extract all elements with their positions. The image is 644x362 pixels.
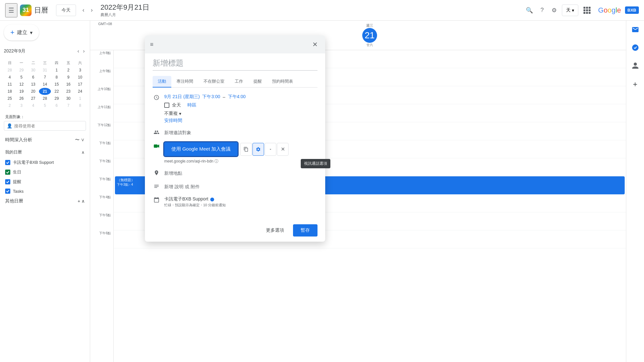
datetime-content: 9月 21日 (星期三) 下午3:00 – 下午4:00 全天 時區 不重複 ▾ <box>164 94 317 124</box>
add-location-field[interactable]: 新增地點 <box>164 169 182 178</box>
modal-drag-icon: ≡ <box>150 41 154 48</box>
event-date[interactable]: 9月 21日 (星期三) <box>164 94 200 100</box>
tab-focus[interactable]: 專注時間 <box>171 76 198 88</box>
meet-settings-button[interactable] <box>252 143 264 156</box>
modal-footer: 更多選項 暫存 <box>145 220 325 242</box>
location-icon <box>153 170 160 176</box>
copy-meet-button[interactable] <box>240 143 252 156</box>
modal-overlay: ≡ ✕ 活動 專注時間 不在辦公室 工作 提醒 預約時間表 <box>0 0 644 362</box>
tab-ooo[interactable]: 不在辦公室 <box>198 76 230 88</box>
find-time-link[interactable]: 安排時間 <box>164 118 317 124</box>
allday-checkbox[interactable] <box>164 103 169 108</box>
clock-icon <box>153 95 160 100</box>
repeat-label: 不重複 <box>164 111 178 116</box>
meet-row: 使用 Google Meet 加入會議 <box>153 142 317 164</box>
svg-marker-2 <box>157 144 159 148</box>
event-title-input[interactable] <box>153 59 317 71</box>
more-options-button[interactable]: 更多選項 <box>261 225 289 236</box>
meet-icon <box>153 143 160 149</box>
allday-row: 全天 時區 <box>164 102 317 108</box>
cal-color-dot <box>210 198 214 201</box>
description-icon <box>153 183 160 189</box>
calendar-info: 卡訊電子BXB Support <box>164 196 317 202</box>
calendar-row: 卡訊電子BXB Support 忙碌・預設顯示為確定・10 分鐘前通知 <box>153 196 317 208</box>
save-button[interactable]: 暫存 <box>293 224 317 237</box>
timezone-label[interactable]: 時區 <box>187 102 196 108</box>
datetime-row: 9月 21日 (星期三) 下午3:00 – 下午4:00 全天 時區 不重複 ▾ <box>153 94 317 124</box>
meet-content: 使用 Google Meet 加入會議 <box>164 142 317 164</box>
guests-row: 新增邀請對象 <box>153 129 317 137</box>
tab-reminder[interactable]: 提醒 <box>248 76 267 88</box>
guests-icon <box>153 129 160 135</box>
meet-section: 使用 Google Meet 加入會議 <box>164 142 317 156</box>
repeat-arrow-icon: ▾ <box>179 111 181 116</box>
repeat-selector[interactable]: 不重複 ▾ <box>164 111 317 116</box>
modal-header: ≡ ✕ <box>145 35 325 53</box>
allday-label: 全天 <box>172 102 181 108</box>
guests-content: 新增邀請對象 <box>164 129 317 137</box>
meet-url: meet.google.com/aqi-rin-bdn ⓘ <box>164 159 317 164</box>
calendar-icon <box>153 197 160 203</box>
tab-event[interactable]: 活動 <box>153 76 171 88</box>
modal-close-button[interactable]: ✕ <box>310 39 320 50</box>
time-start[interactable]: 下午3:00 <box>202 94 220 100</box>
datetime-display: 9月 21日 (星期三) 下午3:00 – 下午4:00 <box>164 94 317 100</box>
cal-name[interactable]: 卡訊電子BXB Support <box>164 196 208 202</box>
event-modal: ≡ ✕ 活動 專注時間 不在辦公室 工作 提醒 預約時間表 <box>145 35 325 242</box>
modal-body: 活動 專注時間 不在辦公室 工作 提醒 預約時間表 9月 21日 (星期三) 下… <box>145 53 325 220</box>
modal-tabs: 活動 專注時間 不在辦公室 工作 提醒 預約時間表 <box>153 76 317 88</box>
calendar-status: 忙碌・預設顯示為確定・10 分鐘前通知 <box>164 203 317 208</box>
add-guests-field[interactable]: 新增邀請對象 <box>164 129 317 137</box>
meet-expand-button[interactable] <box>265 143 276 156</box>
svg-rect-1 <box>154 144 158 148</box>
tab-appointment[interactable]: 預約時間表 <box>267 76 298 88</box>
location-row: 新增地點 <box>153 169 317 178</box>
calendar-info-content: 卡訊電子BXB Support 忙碌・預設顯示為確定・10 分鐘前通知 <box>164 196 317 208</box>
meet-btn-label: 使用 Google Meet 加入會議 <box>171 146 231 152</box>
time-dash: – <box>223 94 225 99</box>
meet-remove-button[interactable]: ✕ <box>277 143 289 156</box>
video-options-tooltip: 視訊通話選項 <box>301 159 330 168</box>
meet-button[interactable]: 使用 Google Meet 加入會議 <box>164 142 238 156</box>
meet-url-info-icon: ⓘ <box>214 159 218 163</box>
tab-work[interactable]: 工作 <box>230 76 248 88</box>
time-end[interactable]: 下午4:00 <box>228 94 246 100</box>
description-row: 新增 說明 或 附件 <box>153 183 317 191</box>
add-description-field[interactable]: 新增 說明 或 附件 <box>164 183 200 191</box>
